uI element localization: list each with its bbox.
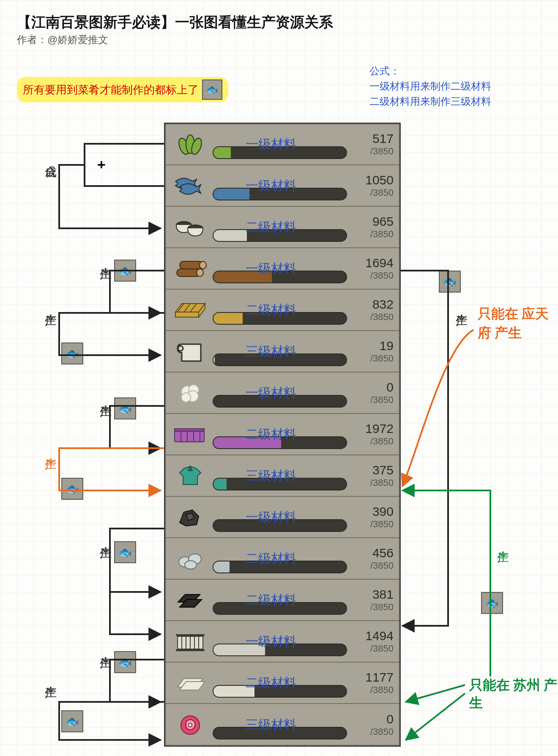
dish-marker-right-2: 🐟 <box>481 592 503 614</box>
amount-max: /3850 <box>351 353 394 364</box>
material-row: 二级材料 965 /3850 <box>165 207 399 248</box>
svg-point-12 <box>178 346 183 351</box>
formula-l1: 公式： <box>369 63 491 79</box>
svg-point-8 <box>197 269 203 277</box>
formula-l3: 二级材料用来制作三级材料 <box>369 94 491 109</box>
amount-current: 1494 <box>351 629 394 643</box>
material-row: 三级材料 375 /3850 <box>165 455 399 497</box>
amount-max: /3850 <box>351 726 394 737</box>
silk-cloth-icon <box>170 666 211 700</box>
tier-label: 二级材料 <box>246 426 296 443</box>
tier-label: 一级材料 <box>246 384 296 402</box>
amounts: 1177 /3850 <box>351 670 394 696</box>
tier-label: 三级材料 <box>246 467 296 485</box>
amount-current: 19 <box>351 339 394 353</box>
note-suzhou: 只能在 苏州 产生 <box>469 677 558 712</box>
amounts: 1494 /3850 <box>351 629 394 654</box>
dish-bowls-icon <box>170 210 211 244</box>
amount-current: 0 <box>351 712 394 726</box>
fish-icon <box>170 169 211 203</box>
dish-marker-3: 🐟 <box>114 397 136 419</box>
material-row: 一级材料 517 /3850 <box>165 124 399 165</box>
svg-point-7 <box>200 261 206 269</box>
dish-icon: 🐟 <box>202 79 222 100</box>
amounts: 19 /3850 <box>351 339 394 364</box>
silk-reel-icon <box>170 625 211 658</box>
amounts: 1694 /3850 <box>351 256 394 281</box>
material-row: 一级材料 1494 /3850 <box>165 621 399 663</box>
amount-current: 375 <box>351 463 394 477</box>
amount-current: 965 <box>351 214 394 229</box>
amount-current: 1694 <box>351 256 394 270</box>
material-row: 一级材料 1694 /3850 <box>165 248 399 290</box>
vegetable-icon <box>170 127 211 161</box>
amount-current: 517 <box>351 131 394 146</box>
material-row: 二级材料 1972 /3850 <box>165 414 399 455</box>
material-row: 二级材料 832 /3850 <box>165 290 399 331</box>
dish-marker-5: 🐟 <box>114 541 136 563</box>
material-row: 三级材料 0 /3850 <box>165 704 399 745</box>
highlight-note: 所有要用到菜肴才能制作的都标上了 🐟 <box>17 77 228 102</box>
tier-label: 二级材料 <box>246 674 296 692</box>
amounts: 390 /3850 <box>351 504 394 530</box>
formula-block: 公式： 一级材料用来制作二级材料 二级材料用来制作三级材料 <box>369 63 491 109</box>
tier-label: 二级材料 <box>246 219 296 236</box>
amount-current: 0 <box>351 380 394 394</box>
amounts: 381 /3850 <box>351 587 394 613</box>
svg-rect-22 <box>175 429 204 431</box>
amounts: 375 /3850 <box>351 463 394 488</box>
tier-label: 一级材料 <box>246 509 296 526</box>
amount-max: /3850 <box>351 229 394 240</box>
dish-marker-7: 🐟 <box>61 710 83 732</box>
amount-max: /3850 <box>351 146 394 157</box>
ore-icon <box>170 500 211 534</box>
amounts: 1050 /3850 <box>351 173 394 198</box>
fabric-icon <box>170 417 211 451</box>
amounts: 1972 /3850 <box>351 422 394 447</box>
clay-icon <box>170 542 211 575</box>
material-row: 二级材料 456 /3850 <box>165 538 399 580</box>
scroll-icon <box>170 334 211 368</box>
highlight-text: 所有要用到菜肴才能制作的都标上了 <box>23 82 199 97</box>
materials-panel: 一级材料 517 /3850 一级材料 1050 /3850 二级材料 965 … <box>164 123 401 747</box>
amount-max: /3850 <box>351 643 394 654</box>
amounts: 0 /3850 <box>351 712 394 737</box>
amount-current: 381 <box>351 587 394 602</box>
amount-max: /3850 <box>351 560 394 571</box>
tier-label: 二级材料 <box>246 301 296 319</box>
planks-icon <box>170 293 211 327</box>
amount-current: 390 <box>351 504 394 519</box>
tier-label: 一级材料 <box>246 177 296 194</box>
amount-current: 1050 <box>351 173 394 187</box>
note-yingtian: 只能在 应天府 产生 <box>478 304 558 342</box>
amount-max: /3850 <box>351 436 394 447</box>
amount-current: 1972 <box>351 422 394 436</box>
amount-current: 832 <box>351 297 394 312</box>
svg-point-35 <box>189 723 192 727</box>
amounts: 456 /3850 <box>351 546 394 571</box>
amount-max: /3850 <box>351 394 394 405</box>
tier-label: 一级材料 <box>246 136 296 153</box>
amount-current: 1177 <box>351 670 394 685</box>
amounts: 517 /3850 <box>351 131 394 157</box>
dish-marker-right-1: 🐟 <box>439 271 461 293</box>
tier-label: 三级材料 <box>246 716 296 734</box>
amount-max: /3850 <box>351 312 394 323</box>
dish-marker-2: 🐟 <box>61 342 83 364</box>
material-row: 一级材料 390 /3850 <box>165 497 399 538</box>
amount-max: /3850 <box>351 685 394 696</box>
page-title: 【江南百景图新手必读】一张图看懂生产资源关系 <box>17 13 333 32</box>
amount-max: /3850 <box>351 187 394 198</box>
embroidery-icon <box>170 708 211 742</box>
svg-point-16 <box>181 393 191 402</box>
charcoal-icon <box>170 583 211 617</box>
amount-max: /3850 <box>351 477 394 488</box>
material-row: 一级材料 1050 /3850 <box>165 165 399 207</box>
logs-icon <box>170 252 211 285</box>
dish-marker-4: 🐟 <box>61 478 83 500</box>
formula-l2: 一级材料用来制作二级材料 <box>369 79 491 94</box>
amount-max: /3850 <box>351 519 394 530</box>
material-row: 二级材料 381 /3850 <box>165 580 399 621</box>
amount-max: /3850 <box>351 602 394 613</box>
tier-label: 二级材料 <box>246 592 296 609</box>
